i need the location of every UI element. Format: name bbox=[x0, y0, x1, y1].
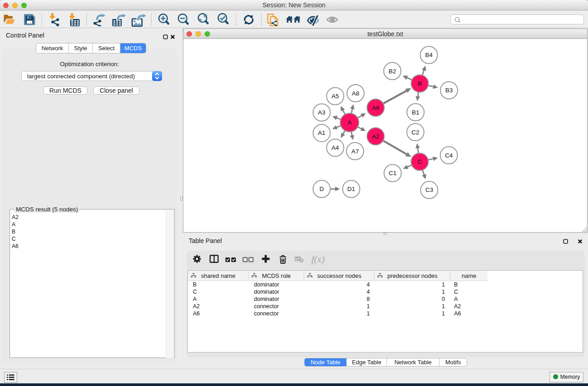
svg-text:C: C bbox=[417, 158, 422, 165]
svg-text:A4: A4 bbox=[331, 144, 339, 151]
svg-text:C3: C3 bbox=[425, 186, 433, 193]
svg-text:A5: A5 bbox=[331, 93, 339, 100]
svg-text:C4: C4 bbox=[445, 152, 453, 159]
svg-text:B3: B3 bbox=[445, 87, 453, 94]
svg-text:D1: D1 bbox=[347, 186, 355, 192]
svg-text:A7: A7 bbox=[351, 148, 359, 155]
svg-text:A3: A3 bbox=[318, 109, 325, 116]
svg-text:B: B bbox=[418, 80, 422, 87]
svg-text:C1: C1 bbox=[389, 170, 397, 176]
svg-text:A6: A6 bbox=[372, 105, 380, 111]
svg-text:A1: A1 bbox=[318, 129, 325, 136]
svg-text:A2: A2 bbox=[372, 133, 380, 140]
svg-text:A: A bbox=[348, 119, 352, 126]
svg-text:B1: B1 bbox=[412, 109, 420, 116]
svg-text:A8: A8 bbox=[352, 90, 359, 97]
svg-text:B2: B2 bbox=[388, 68, 396, 75]
svg-text:C2: C2 bbox=[411, 129, 419, 136]
svg-text:D: D bbox=[320, 186, 324, 192]
svg-text:B4: B4 bbox=[425, 52, 433, 58]
